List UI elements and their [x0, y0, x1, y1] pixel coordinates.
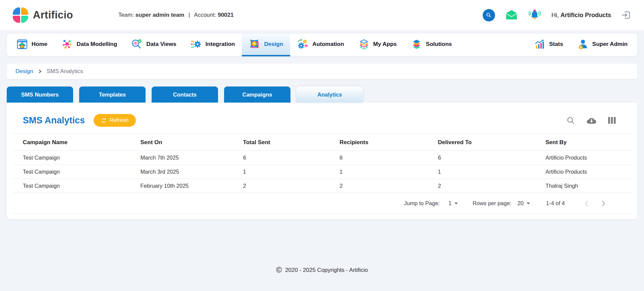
- nav-item-integration[interactable]: Integration: [183, 34, 242, 56]
- logout-icon[interactable]: [621, 10, 631, 20]
- nav-item-data-modelling[interactable]: Data Modelling: [54, 34, 124, 56]
- col-total-sent: Total Sent: [240, 134, 337, 151]
- rows-per-page-value: 20: [518, 200, 524, 207]
- sms-tabs: SMS Numbers Templates Contacts Campaigns…: [7, 86, 637, 103]
- col-sent-on: Sent On: [138, 134, 240, 151]
- nav-item-stats[interactable]: Stats: [527, 34, 570, 56]
- nav-label-super-admin: Super Admin: [592, 41, 628, 48]
- rows-per-page-select[interactable]: 20: [518, 200, 530, 207]
- cell-total-sent: 2: [240, 179, 337, 193]
- nav-label-stats: Stats: [549, 41, 563, 48]
- tab-contacts[interactable]: Contacts: [152, 86, 218, 103]
- page-title: SMS Analytics: [23, 115, 85, 126]
- app-header: Artificio Team: super admin team | Accou…: [0, 0, 644, 30]
- nav-item-solutions[interactable]: Solutions: [404, 34, 459, 56]
- refresh-label: Refresh: [110, 117, 128, 123]
- page-select-value: 1: [448, 200, 451, 207]
- table-row: Test Campaign March 3rd 2025 1 1 1 Artif…: [13, 165, 631, 179]
- nav-label-design: Design: [264, 41, 283, 48]
- cell-sent-on: February 10th 2025: [138, 179, 240, 193]
- cell-campaign-name: Test Campaign: [13, 165, 138, 179]
- solutions-icon: [411, 39, 422, 50]
- nav-item-super-admin[interactable]: Super Admin: [570, 34, 635, 56]
- design-icon: [249, 39, 260, 50]
- tab-templates[interactable]: Templates: [79, 86, 146, 103]
- cell-delivered-to: 2: [435, 179, 543, 193]
- caret-down-icon: [527, 202, 530, 205]
- cell-campaign-name: Test Campaign: [13, 151, 138, 165]
- refresh-icon: [101, 118, 107, 123]
- analytics-panel: SMS Analytics Refresh Campaign Name Sent…: [7, 103, 637, 219]
- stats-icon: [534, 39, 545, 50]
- home-icon: [16, 39, 28, 50]
- cell-total-sent: 1: [240, 165, 337, 179]
- cell-sent-on: March 3rd 2025: [138, 165, 240, 179]
- notifications-bell-icon[interactable]: [528, 9, 541, 21]
- main-navbar: Home Data Modelling Data Views Integrati…: [7, 34, 637, 56]
- columns-icon[interactable]: [608, 117, 616, 124]
- rows-per-page-label: Rows per page:: [473, 200, 512, 207]
- tab-campaigns[interactable]: Campaigns: [224, 86, 290, 103]
- cloud-download-icon[interactable]: [586, 117, 597, 124]
- greeting-name: Artificio Products: [560, 12, 611, 18]
- cell-recipients: 1: [337, 165, 435, 179]
- separator: |: [189, 12, 190, 18]
- user-greeting: Hi, Artificio Products: [551, 12, 611, 19]
- nav-item-my-apps[interactable]: My Apps: [351, 34, 404, 56]
- analytics-table: Campaign Name Sent On Total Sent Recipie…: [7, 133, 637, 193]
- search-icon[interactable]: [483, 9, 495, 21]
- tab-sms-numbers[interactable]: SMS Numbers: [7, 86, 73, 103]
- copyright-icon: ©: [276, 266, 282, 274]
- cell-delivered-to: 6: [435, 151, 543, 165]
- nav-label-solutions: Solutions: [426, 41, 452, 48]
- nav-item-design[interactable]: Design: [242, 34, 290, 56]
- team-label: Team:: [118, 12, 134, 18]
- cell-total-sent: 6: [240, 151, 337, 165]
- chevron-right-icon[interactable]: [595, 199, 612, 208]
- cell-sent-by: Artificio Products: [543, 165, 631, 179]
- my-apps-icon: [358, 39, 370, 50]
- table-search-icon[interactable]: [567, 116, 575, 125]
- refresh-button[interactable]: Refresh: [94, 114, 136, 127]
- team-account-info: Team: super admin team | Account: 90021: [118, 12, 234, 18]
- jump-to-page-label: Jump to Page:: [404, 200, 440, 207]
- breadcrumb-parent-link[interactable]: Design: [15, 68, 33, 75]
- header-actions: Hi, Artificio Products: [483, 9, 631, 21]
- breadcrumb: Design SMS Analytics: [7, 64, 637, 79]
- table-row: Test Campaign March 7th 2025 6 6 6 Artif…: [13, 151, 631, 165]
- account-number: 90021: [218, 12, 233, 18]
- nav-label-integration: Integration: [206, 41, 235, 48]
- tab-analytics[interactable]: Analytics: [297, 86, 363, 103]
- col-sent-by: Sent By: [543, 134, 631, 151]
- nav-label-data-views: Data Views: [146, 41, 176, 48]
- nav-spacer: [459, 34, 527, 56]
- pagination-range: 1-4 of 4: [546, 200, 565, 207]
- nav-item-home[interactable]: Home: [9, 34, 54, 56]
- data-views-icon: [131, 39, 143, 50]
- nav-item-automation[interactable]: Automation: [290, 34, 351, 56]
- team-name: super admin team: [136, 12, 184, 18]
- automation-icon: [297, 39, 309, 50]
- cell-campaign-name: Test Campaign: [13, 179, 138, 193]
- col-delivered-to: Delivered To: [435, 134, 543, 151]
- chevron-left-icon[interactable]: [578, 199, 595, 208]
- mail-icon[interactable]: [505, 9, 518, 21]
- caret-down-icon: [454, 202, 458, 205]
- chevron-right-icon: [38, 69, 42, 74]
- nav-label-my-apps: My Apps: [373, 41, 397, 48]
- table-toolbar: [567, 116, 621, 125]
- analytics-header: SMS Analytics Refresh: [7, 103, 637, 133]
- brand-logo[interactable]: Artificio: [13, 7, 73, 23]
- cell-recipients: 2: [337, 179, 435, 193]
- artificio-logo-icon: [13, 7, 28, 23]
- page-select[interactable]: 1: [448, 200, 458, 207]
- cell-sent-by: Artificio Products: [543, 151, 631, 165]
- col-campaign-name: Campaign Name: [13, 134, 138, 151]
- account-label: Account:: [194, 12, 216, 18]
- super-admin-icon: [577, 39, 589, 50]
- table-row: Test Campaign February 10th 2025 2 2 2 T…: [13, 179, 631, 193]
- nav-label-data-modelling: Data Modelling: [76, 41, 117, 48]
- nav-item-data-views[interactable]: Data Views: [124, 34, 183, 56]
- page-footer: © 2020 - 2025 Copyrights - Artificio: [0, 266, 644, 274]
- nav-label-home: Home: [32, 41, 47, 48]
